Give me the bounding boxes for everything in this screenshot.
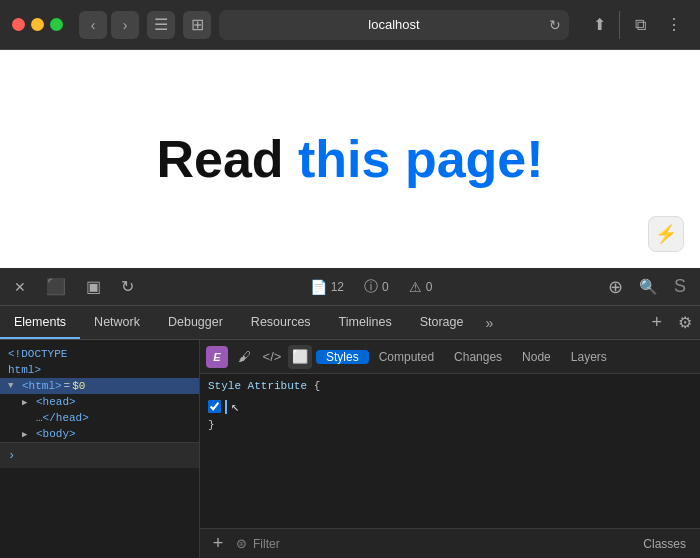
devtools-panel-button[interactable]: ▣ (80, 273, 107, 300)
element-badge: E (206, 346, 228, 368)
dollar-ref: $0 (72, 380, 85, 392)
tab-elements[interactable]: Elements (0, 306, 80, 339)
subtab-computed[interactable]: Computed (369, 350, 444, 364)
html-element-text: <html> (22, 380, 62, 392)
sidebar-toggle-button[interactable]: ☰ (147, 11, 175, 39)
code-tag-icon[interactable]: </> (260, 345, 284, 369)
search-button[interactable]: 🔍 (633, 274, 664, 300)
paint-brush-icon[interactable]: 🖌 (232, 345, 256, 369)
tab-add-button[interactable]: + (643, 306, 670, 339)
dom-html-line[interactable]: ▼ <html> = $0 (0, 378, 199, 394)
tab-timelines[interactable]: Timelines (325, 306, 406, 339)
filter-text: Filter (253, 537, 280, 551)
devtools-reload-button[interactable]: ↻ (115, 273, 140, 300)
warning-count-badge[interactable]: ⓘ 0 (358, 274, 395, 300)
error-icon: ⚠ (409, 279, 422, 295)
style-footer: + ⊜ Filter Classes (200, 528, 700, 558)
add-rule-button[interactable]: + (208, 534, 228, 554)
nav-buttons: ‹ › (79, 11, 139, 39)
subtab-styles[interactable]: Styles (316, 350, 369, 364)
target-button[interactable]: ⊕ (602, 272, 629, 302)
settings-button[interactable]: S (668, 272, 692, 301)
dom-doctype-line: <!DOCTYPE (0, 346, 199, 362)
box-model-icon[interactable]: ⬜ (288, 345, 312, 369)
filter-icon: ⊜ (236, 536, 247, 551)
dom-head-close-line: …</head> (0, 410, 199, 426)
dom-bottom-bar: › (0, 442, 199, 468)
head-tag-text: <head> (36, 396, 76, 408)
tab-resources[interactable]: Resources (237, 306, 325, 339)
forward-button[interactable]: › (111, 11, 139, 39)
tab-settings-button[interactable]: ⚙ (670, 306, 700, 339)
mouse-cursor-icon: ↖ (231, 398, 239, 415)
browser-actions: ⬆ ⧉ ⋮ (585, 11, 688, 39)
tabs-more-button[interactable]: » (477, 306, 501, 339)
dom-head-open-line[interactable]: ▶ <head> (0, 394, 199, 410)
style-panel: E 🖌 </> ⬜ Styles Computed Changes Node (200, 340, 700, 558)
reload-button[interactable]: ↻ (549, 17, 561, 33)
html-tag-text: html> (8, 364, 41, 376)
subtab-node[interactable]: Node (512, 350, 561, 364)
subtab-layers[interactable]: Layers (561, 350, 617, 364)
tab-storage[interactable]: Storage (406, 306, 478, 339)
duplicate-button[interactable]: ⧉ (626, 11, 654, 39)
style-close-brace: } (208, 417, 692, 433)
devtools-right-actions: ⊕ 🔍 S (602, 272, 692, 302)
cursor-indicator (225, 400, 227, 414)
doctype-text: <!DOCTYPE (8, 348, 67, 360)
classes-button[interactable]: Classes (637, 535, 692, 553)
webpage-content: Read this page! ⚡ (0, 50, 700, 268)
devtools-main: <!DOCTYPE html> ▼ <html> = $0 ▶ <head> …… (0, 340, 700, 558)
equals-text: = (64, 380, 71, 392)
devtools-close-button[interactable]: ✕ (8, 275, 32, 299)
console-count: 12 (331, 280, 344, 294)
page-heading: Read this page! (156, 129, 543, 189)
console-icon: 📄 (310, 279, 327, 295)
minimize-button[interactable] (31, 18, 44, 31)
maximize-button[interactable] (50, 18, 63, 31)
url-text: localhost (368, 17, 419, 32)
filter-area: ⊜ Filter (236, 536, 629, 551)
more-button[interactable]: ⋮ (660, 11, 688, 39)
close-button[interactable] (12, 18, 25, 31)
style-subtabs: Styles Computed Changes Node Layers (316, 350, 694, 364)
reader-mode-button[interactable]: ⚡ (648, 216, 684, 252)
html-arrow-icon[interactable]: ▼ (8, 381, 20, 391)
traffic-lights (12, 18, 63, 31)
dom-htmltag-line: html> (0, 362, 199, 378)
console-count-badge[interactable]: 📄 12 (304, 275, 350, 299)
divider (619, 11, 620, 39)
devtools-tabs: Elements Network Debugger Resources Time… (0, 306, 700, 340)
body-arrow-icon[interactable]: ▶ (22, 429, 34, 440)
dom-panel: <!DOCTYPE html> ▼ <html> = $0 ▶ <head> …… (0, 340, 200, 558)
heading-black: Read (156, 130, 298, 188)
error-count-badge[interactable]: ⚠ 0 (403, 275, 439, 299)
share-button[interactable]: ⬆ (585, 11, 613, 39)
text-cursor-icon (225, 400, 227, 414)
style-rule-header: Style Attribute { (208, 380, 692, 392)
tab-debugger[interactable]: Debugger (154, 306, 237, 339)
dom-body-line[interactable]: ▶ <body> (0, 426, 199, 442)
style-property-row: ↖ (208, 396, 692, 417)
back-button[interactable]: ‹ (79, 11, 107, 39)
warning-count: 0 (382, 280, 389, 294)
devtools-toolbar: ✕ ⬛ ▣ ↻ 📄 12 ⓘ 0 ⚠ 0 ⊕ 🔍 S (0, 268, 700, 306)
info-icon: ⓘ (364, 278, 378, 296)
style-property-checkbox[interactable] (208, 400, 221, 413)
devtools-panel: ✕ ⬛ ▣ ↻ 📄 12 ⓘ 0 ⚠ 0 ⊕ 🔍 S Elements Netw… (0, 268, 700, 558)
tab-network[interactable]: Network (80, 306, 154, 339)
layout-button[interactable]: ⊞ (183, 11, 211, 39)
subtab-changes[interactable]: Changes (444, 350, 512, 364)
devtools-layout-button[interactable]: ⬛ (40, 273, 72, 300)
style-subtoolbar: E 🖌 </> ⬜ Styles Computed Changes Node (200, 340, 700, 374)
rule-brace-open: { (314, 380, 321, 392)
heading-blue: this page! (298, 130, 544, 188)
head-arrow-icon[interactable]: ▶ (22, 397, 34, 408)
style-content: Style Attribute { ↖ } (200, 374, 700, 528)
address-bar[interactable]: localhost ↻ (219, 10, 569, 40)
head-close-text: …</head> (36, 412, 89, 424)
error-count: 0 (426, 280, 433, 294)
lightning-icon: ⚡ (655, 223, 677, 245)
body-tag-text: <body> (36, 428, 76, 440)
browser-chrome: ‹ › ☰ ⊞ localhost ↻ ⬆ ⧉ ⋮ (0, 0, 700, 50)
